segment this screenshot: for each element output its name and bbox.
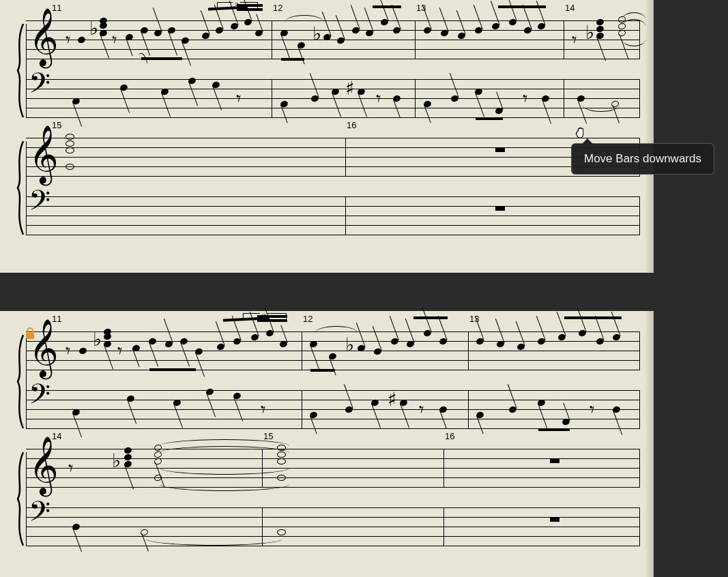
brace-icon bbox=[14, 141, 26, 235]
bass-clef-icon: 𝄢 bbox=[29, 498, 50, 532]
bass-clef-icon: 𝄢 bbox=[29, 381, 50, 415]
treble-staff[interactable]: 𝄞 14 15 16 𝄾 ♭ bbox=[26, 449, 640, 487]
lock-icon bbox=[25, 327, 35, 340]
tooltip-arrow-icon bbox=[582, 138, 593, 144]
panel-separator bbox=[0, 273, 662, 292]
notes: 𝄾 ♭ 𝄾 bbox=[59, 331, 640, 370]
bar-number: 14 bbox=[52, 431, 61, 441]
system-1-top[interactable]: 𝄞 11 12 13 14 3 𝄾 ♭ bbox=[26, 20, 640, 117]
bass-clef-icon: 𝄢 bbox=[29, 70, 50, 104]
treble-staff[interactable]: 𝄞 15 16 bbox=[26, 138, 640, 176]
bar-number: 16 bbox=[347, 120, 356, 130]
notes: 𝄾 ♯ 𝄾 𝄾 bbox=[59, 79, 640, 117]
grab-hand-icon bbox=[574, 125, 589, 139]
tooltip-text: Move Bars downwards bbox=[584, 152, 701, 165]
bass-staff[interactable]: 𝄢 𝄾 ♯ 𝄾 bbox=[26, 79, 640, 117]
svg-rect-0 bbox=[26, 333, 34, 339]
bass-clef-icon: 𝄢 bbox=[29, 187, 50, 221]
brace-icon bbox=[14, 24, 26, 117]
score-page-before[interactable]: 𝄞 11 12 13 14 3 𝄾 ♭ bbox=[0, 0, 654, 273]
bar-number: 14 bbox=[565, 3, 574, 13]
brace-icon bbox=[14, 335, 26, 428]
bar-number: 12 bbox=[303, 314, 312, 324]
score-view[interactable]: 𝄞 11 12 13 14 3 𝄾 ♭ bbox=[0, 0, 662, 577]
system-1-bottom[interactable]: 𝄞 11 12 13 3 𝄾 ♭ 𝄾 bbox=[26, 331, 640, 428]
treble-staff[interactable]: 𝄞 11 12 13 3 𝄾 ♭ 𝄾 bbox=[26, 331, 640, 370]
notes bbox=[59, 138, 640, 176]
score-page-after[interactable]: 𝄞 11 12 13 3 𝄾 ♭ 𝄾 bbox=[0, 311, 654, 577]
notes bbox=[59, 196, 640, 235]
bass-staff[interactable]: 𝄢 𝄾 ♯ 𝄾 bbox=[26, 390, 640, 428]
notes: 𝄾 ♯ 𝄾 𝄾 bbox=[59, 390, 640, 428]
page-edge bbox=[645, 0, 654, 272]
sidebar-area bbox=[662, 0, 728, 577]
bar-number: 11 bbox=[52, 314, 61, 324]
bar-number: 15 bbox=[263, 431, 273, 441]
bar-number: 15 bbox=[52, 120, 61, 130]
system-2-bottom[interactable]: 𝄞 14 15 16 𝄾 ♭ bbox=[26, 449, 640, 546]
bar-number: 12 bbox=[273, 3, 282, 13]
page-edge bbox=[645, 311, 654, 577]
notes: 𝄾 ♭ 𝄾 bbox=[59, 20, 640, 59]
treble-clef-icon: 𝄞 bbox=[29, 440, 59, 490]
bass-staff[interactable]: 𝄢 bbox=[26, 507, 640, 546]
bar-number: 11 bbox=[52, 3, 61, 13]
bass-staff[interactable]: 𝄢 bbox=[26, 196, 640, 235]
notes: 𝄾 ♭ bbox=[59, 449, 640, 487]
system-2-top[interactable]: 𝄞 15 16 𝄢 bbox=[26, 138, 640, 235]
notes bbox=[59, 507, 640, 546]
bar-number: 16 bbox=[445, 431, 454, 441]
treble-staff[interactable]: 𝄞 11 12 13 14 3 𝄾 ♭ bbox=[26, 20, 640, 59]
brace-icon bbox=[14, 452, 26, 546]
treble-clef-icon: 𝄞 bbox=[29, 129, 59, 179]
tooltip: Move Bars downwards bbox=[571, 143, 714, 175]
treble-clef-icon: 𝄞 bbox=[29, 12, 59, 62]
